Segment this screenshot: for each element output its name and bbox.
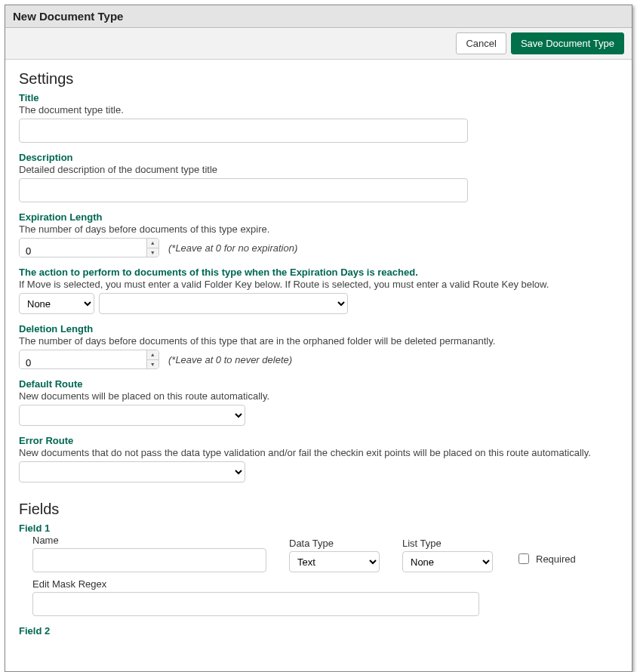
deletion-group: Deletion Length The number of days befor… xyxy=(19,323,618,369)
document-type-dialog: New Document Type Cancel Save Document T… xyxy=(5,5,632,672)
expiration-action-target-select[interactable] xyxy=(99,293,348,314)
deletion-label: Deletion Length xyxy=(19,323,618,334)
expiration-stepper[interactable]: ▲ ▼ xyxy=(19,238,159,257)
settings-heading: Settings xyxy=(19,70,618,88)
cancel-button[interactable]: Cancel xyxy=(456,32,506,54)
field-1-datatype-select[interactable]: Text xyxy=(289,551,380,572)
field-2: Field 2 xyxy=(19,625,618,637)
field-1-name-label: Name xyxy=(32,535,266,546)
deletion-stepper[interactable]: ▲ ▼ xyxy=(19,350,159,369)
description-group: Description Detailed description of the … xyxy=(19,152,618,202)
content-area: Settings Title The document type title. … xyxy=(5,60,632,671)
field-1-listtype-select[interactable]: None xyxy=(402,551,493,572)
expiration-label: Expiration Length xyxy=(19,211,618,223)
field-1-editmask-input[interactable] xyxy=(32,592,479,616)
expiration-hint: (*Leave at 0 for no expiration) xyxy=(168,242,297,254)
description-input[interactable] xyxy=(19,178,468,202)
error-route-label: Error Route xyxy=(19,435,618,446)
field-1-required-checkbox[interactable] xyxy=(519,553,529,564)
window-title: New Document Type xyxy=(5,5,632,28)
field-2-heading: Field 2 xyxy=(19,625,618,637)
chevron-down-icon[interactable]: ▼ xyxy=(147,248,158,257)
error-route-group: Error Route New documents that do not pa… xyxy=(19,435,618,482)
expiration-help: The number of days before documents of t… xyxy=(19,223,618,235)
expiration-spinner: ▲ ▼ xyxy=(146,239,158,257)
chevron-down-icon[interactable]: ▼ xyxy=(147,360,158,369)
title-input[interactable] xyxy=(19,119,468,143)
expiration-action-help: If Move is selected, you must enter a va… xyxy=(19,279,618,290)
field-1-required-label: Required xyxy=(536,553,576,565)
chevron-up-icon[interactable]: ▲ xyxy=(147,239,158,248)
title-help: The document type title. xyxy=(19,104,618,116)
default-route-group: Default Route New documents will be plac… xyxy=(19,378,618,426)
save-button[interactable]: Save Document Type xyxy=(511,32,624,54)
field-1-name-input[interactable] xyxy=(32,548,266,572)
deletion-help: The number of days before documents of t… xyxy=(19,335,618,347)
default-route-select[interactable] xyxy=(19,405,245,426)
toolbar: Cancel Save Document Type xyxy=(5,28,632,60)
expiration-group: Expiration Length The number of days bef… xyxy=(19,211,618,257)
default-route-help: New documents will be placed on this rou… xyxy=(19,390,618,402)
expiration-action-label: The action to perform to documents of th… xyxy=(19,267,618,278)
field-1-editmask-label: Edit Mask Regex xyxy=(32,578,618,590)
deletion-input[interactable] xyxy=(20,350,146,369)
deletion-spinner: ▲ ▼ xyxy=(146,350,158,368)
title-label: Title xyxy=(19,92,618,103)
expiration-action-select[interactable]: None xyxy=(19,293,94,314)
fields-heading: Fields xyxy=(19,501,618,518)
expiration-action-group: The action to perform to documents of th… xyxy=(19,267,618,314)
expiration-input[interactable] xyxy=(20,239,146,257)
field-1-datatype-label: Data Type xyxy=(289,538,380,549)
field-1: Field 1 Name Data Type Text xyxy=(19,522,618,616)
deletion-hint: (*Leave at 0 to never delete) xyxy=(168,354,292,365)
description-help: Detailed description of the document typ… xyxy=(19,164,618,175)
default-route-label: Default Route xyxy=(19,378,618,390)
description-label: Description xyxy=(19,152,618,163)
fields-section: Fields Field 1 Name Data Type Text xyxy=(19,501,618,637)
chevron-up-icon[interactable]: ▲ xyxy=(147,350,158,360)
field-1-listtype-label: List Type xyxy=(402,538,493,549)
error-route-help: New documents that do not pass the data … xyxy=(19,447,618,458)
field-1-heading: Field 1 xyxy=(19,522,618,534)
title-group: Title The document type title. xyxy=(19,92,618,143)
error-route-select[interactable] xyxy=(19,461,245,482)
